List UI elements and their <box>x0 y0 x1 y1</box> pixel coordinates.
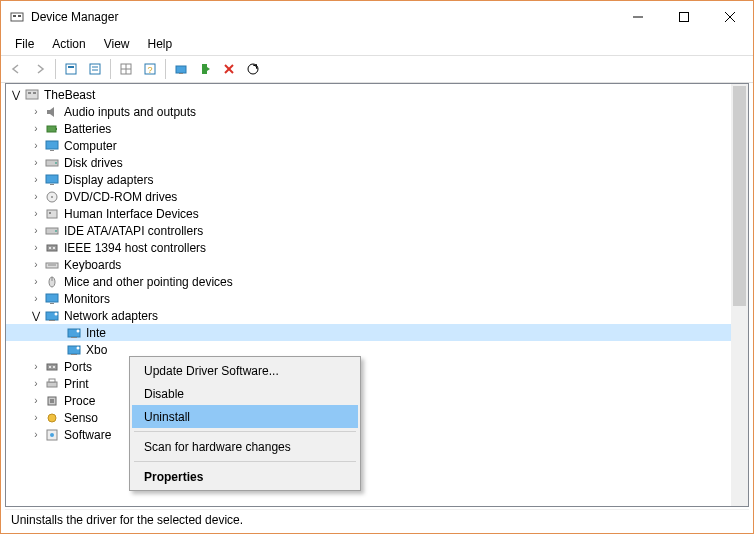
toolbar-forward-button[interactable] <box>29 58 51 80</box>
network-icon <box>44 308 60 324</box>
tree-item[interactable]: ›Keyboards <box>6 256 748 273</box>
chevron-right-icon[interactable]: › <box>28 191 44 202</box>
tree-item-label: Inte <box>86 326 106 340</box>
window-controls <box>615 2 753 32</box>
tree-item[interactable]: ›Batteries <box>6 120 748 137</box>
port-icon <box>44 359 60 375</box>
toolbar-update-driver-button[interactable] <box>170 58 192 80</box>
svg-point-43 <box>53 247 55 249</box>
tree-item[interactable]: ›Display adapters <box>6 171 748 188</box>
tree-item[interactable]: ›Monitors <box>6 290 748 307</box>
chevron-right-icon[interactable]: › <box>28 123 44 134</box>
tree-item[interactable]: ›Computer <box>6 137 748 154</box>
context-properties[interactable]: Properties <box>132 465 358 488</box>
menu-view[interactable]: View <box>96 35 138 53</box>
tree-item[interactable]: ›Software <box>6 426 748 443</box>
svg-point-36 <box>51 196 53 198</box>
context-menu: Update Driver Software... Disable Uninst… <box>129 356 361 491</box>
toolbar-scan-button[interactable] <box>242 58 264 80</box>
chevron-right-icon[interactable]: › <box>28 378 44 389</box>
maximize-button[interactable] <box>661 2 707 32</box>
toolbar: ? <box>1 55 753 83</box>
context-update-driver[interactable]: Update Driver Software... <box>132 359 358 382</box>
svg-point-60 <box>49 366 51 368</box>
sensor-icon <box>44 410 60 426</box>
tree-root[interactable]: ⋁TheBeast <box>6 86 748 103</box>
chevron-right-icon[interactable]: › <box>28 412 44 423</box>
toolbar-uninstall-button[interactable] <box>218 58 240 80</box>
menu-action[interactable]: Action <box>44 35 93 53</box>
toolbar-view-button[interactable] <box>115 58 137 80</box>
close-button[interactable] <box>707 2 753 32</box>
mouse-icon <box>44 274 60 290</box>
vertical-scrollbar[interactable] <box>731 84 748 506</box>
toolbar-properties-button[interactable] <box>84 58 106 80</box>
tree-item[interactable]: ›Disk drives <box>6 154 748 171</box>
tree-item[interactable]: ›IDE ATA/ATAPI controllers <box>6 222 748 239</box>
tree-item[interactable]: ›Audio inputs and outputs <box>6 103 748 120</box>
svg-rect-59 <box>47 364 57 370</box>
svg-point-66 <box>48 414 56 422</box>
tree-item[interactable]: ›Proce <box>6 392 748 409</box>
titlebar: Device Manager <box>1 1 753 33</box>
tree-item[interactable]: ›DVD/CD-ROM drives <box>6 188 748 205</box>
menubar: File Action View Help <box>1 33 753 55</box>
device-tree[interactable]: ⋁TheBeast›Audio inputs and outputs›Batte… <box>6 84 748 506</box>
tree-item-label: Ports <box>64 360 92 374</box>
chevron-right-icon[interactable]: › <box>28 242 44 253</box>
tree-container: ⋁TheBeast›Audio inputs and outputs›Batte… <box>5 83 749 507</box>
svg-point-40 <box>55 230 57 232</box>
svg-rect-4 <box>680 13 689 22</box>
chevron-right-icon[interactable]: › <box>28 225 44 236</box>
chevron-right-icon[interactable]: › <box>28 208 44 219</box>
tree-item-label: TheBeast <box>44 88 95 102</box>
toolbar-back-button[interactable] <box>5 58 27 80</box>
tree-item[interactable]: ›Print <box>6 375 748 392</box>
context-uninstall[interactable]: Uninstall <box>132 405 358 428</box>
chevron-right-icon[interactable]: › <box>28 106 44 117</box>
tree-child-item[interactable]: Inte <box>6 324 748 341</box>
chevron-down-icon[interactable]: ⋁ <box>28 310 44 321</box>
svg-rect-8 <box>68 66 74 68</box>
svg-rect-7 <box>66 64 76 74</box>
chevron-down-icon[interactable]: ⋁ <box>8 89 24 100</box>
svg-text:?: ? <box>147 65 152 75</box>
chevron-right-icon[interactable]: › <box>28 174 44 185</box>
tree-item-label: IEEE 1394 host controllers <box>64 241 206 255</box>
tree-item[interactable]: ⋁Network adapters <box>6 307 748 324</box>
context-separator <box>134 461 356 462</box>
monitor-icon <box>44 138 60 154</box>
chevron-right-icon[interactable]: › <box>28 140 44 151</box>
svg-rect-63 <box>49 379 55 382</box>
tree-item[interactable]: ›IEEE 1394 host controllers <box>6 239 748 256</box>
minimize-button[interactable] <box>615 2 661 32</box>
tree-item[interactable]: ›Human Interface Devices <box>6 205 748 222</box>
computer-icon <box>24 87 40 103</box>
battery-icon <box>44 121 60 137</box>
tree-item-label: Computer <box>64 139 117 153</box>
tree-item[interactable]: ›Senso <box>6 409 748 426</box>
menu-file[interactable]: File <box>7 35 42 53</box>
tree-item[interactable]: ›Ports <box>6 358 748 375</box>
svg-rect-17 <box>176 66 186 73</box>
chevron-right-icon[interactable]: › <box>28 361 44 372</box>
toolbar-enable-button[interactable] <box>194 58 216 80</box>
scrollbar-thumb[interactable] <box>733 86 746 306</box>
toolbar-show-hidden-button[interactable] <box>60 58 82 80</box>
tree-item[interactable]: ›Mice and other pointing devices <box>6 273 748 290</box>
chevron-right-icon[interactable]: › <box>28 293 44 304</box>
menu-help[interactable]: Help <box>140 35 181 53</box>
context-scan[interactable]: Scan for hardware changes <box>132 435 358 458</box>
chevron-right-icon[interactable]: › <box>28 157 44 168</box>
chevron-right-icon[interactable]: › <box>28 259 44 270</box>
tree-item-label: Software <box>64 428 111 442</box>
chevron-right-icon[interactable]: › <box>28 395 44 406</box>
chevron-right-icon[interactable]: › <box>28 276 44 287</box>
svg-rect-65 <box>50 399 54 403</box>
tree-child-item[interactable]: Xbo <box>6 341 748 358</box>
chevron-right-icon[interactable]: › <box>28 429 44 440</box>
toolbar-help-button[interactable]: ? <box>139 58 161 80</box>
software-icon <box>44 427 60 443</box>
network-icon <box>66 325 82 341</box>
context-disable[interactable]: Disable <box>132 382 358 405</box>
